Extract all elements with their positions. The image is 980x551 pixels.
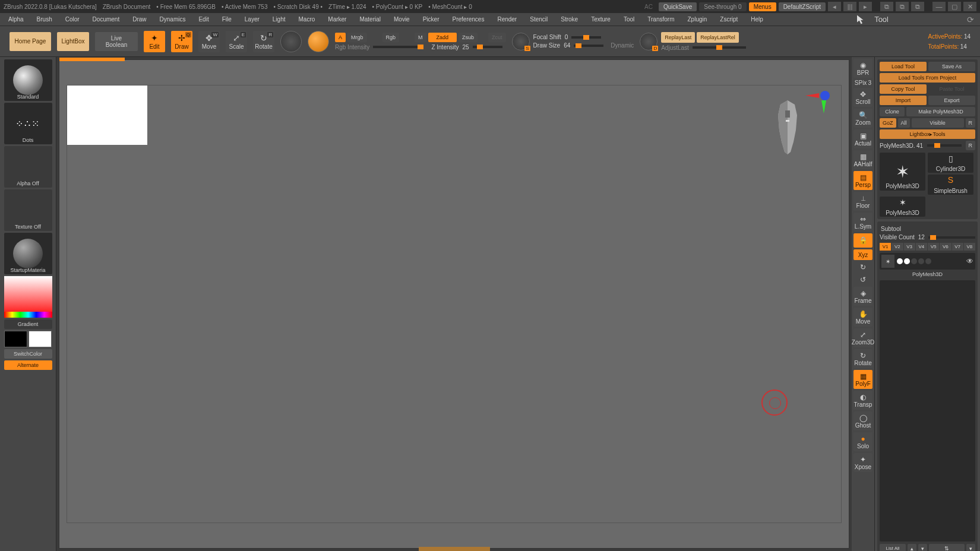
gizmo3d-toggle[interactable] [280,31,302,52]
menu-material[interactable]: Material [353,14,387,24]
hue-strip[interactable] [4,312,52,318]
seethrough-slider[interactable]: See-through 0 [699,2,746,11]
loadtool-button[interactable]: Load Tool [880,62,927,71]
menu-light[interactable]: Light [267,14,292,24]
replaylast-button[interactable]: ReplayLast [661,32,695,43]
menu-file[interactable]: File [216,14,238,24]
stroke-picker[interactable]: ⁘∴⁙ Dots [4,103,52,144]
aahalf-button[interactable]: ▦AAHalf [853,150,872,169]
zoom3d-button[interactable]: ⤢Zoom3D [853,328,872,347]
menu-marker[interactable]: Marker [322,14,352,24]
subtool-up-button[interactable]: ▴ [908,544,916,551]
saveas-button[interactable]: Save As [928,62,975,71]
dynamic-label[interactable]: Dynamic [611,42,634,49]
menu-zscript[interactable]: Zscript [714,14,744,24]
rotate-mode-button[interactable]: R↻Rotate [253,31,274,52]
z-intensity-slider[interactable] [473,46,502,48]
menu-document[interactable]: Document [87,14,126,24]
r-button[interactable]: R [966,118,976,128]
r2-button[interactable]: R [966,141,976,150]
tool-header[interactable]: Tool [874,15,889,24]
subtool-move-button[interactable]: ⇅ [929,544,965,551]
copytool-button[interactable]: Copy Tool [880,84,927,94]
scale-mode-button[interactable]: E⤢Scale [226,31,247,52]
move-mode-button[interactable]: W✥Move [198,31,220,52]
canvas-inner[interactable] [67,85,842,523]
export-button[interactable]: Export [928,96,975,105]
maximize-button[interactable]: ▢ [948,2,961,11]
texture-picker[interactable]: Texture Off [4,189,52,231]
m-button[interactable]: M [415,33,426,42]
tool-thumb-polymesh2[interactable]: ✶ PolyMesh3D [880,197,925,217]
subtool-add-button[interactable]: ▾ [966,544,975,551]
visibility-eye-icon[interactable]: 👁 [966,257,973,265]
pastetool-button[interactable]: Paste Tool [928,84,975,94]
menu-edit[interactable]: Edit [192,14,214,24]
v7-button[interactable]: V7 [952,243,963,251]
import-button[interactable]: Import [880,96,927,105]
menu-macro[interactable]: Macro [293,14,321,24]
menu-texture[interactable]: Texture [585,14,617,24]
v3-button[interactable]: V3 [904,243,915,251]
scroll-button[interactable]: ✥Scroll [853,88,872,107]
xyz-button[interactable]: Xyz [853,249,872,260]
persp-button[interactable]: ▤Persp [853,171,872,190]
floor-button[interactable]: ⟂Floor [853,192,872,211]
mrgb-button[interactable]: Mrgb [347,33,367,42]
menu-picker[interactable]: Picker [417,14,445,24]
lock-button[interactable]: 🔒 [853,233,872,248]
tool-thumb-simplebrush[interactable]: S SimpleBrush [928,175,973,195]
focal-curve[interactable]: S [512,33,530,50]
rotate-z-button[interactable]: ↺ [853,274,872,285]
alpha-picker[interactable]: Alpha Off [4,146,52,188]
makepoly-button[interactable]: Make PolyMesh3D [906,107,975,116]
canvas-area[interactable] [59,59,849,549]
menu-layer[interactable]: Layer [239,14,265,24]
tool-thumb-polymesh[interactable]: ✶ PolyMesh3D [880,153,925,191]
polyf-button[interactable]: ▦PolyF [853,370,872,389]
layout-bars-button[interactable]: ||| [843,2,856,11]
frame-button[interactable]: ◈Frame [853,287,872,306]
menu-render[interactable]: Render [491,14,523,24]
secondary-color-swatch[interactable] [4,331,27,347]
window-c-button[interactable]: ⧉ [911,2,924,11]
goz-button[interactable]: GoZ [880,118,896,128]
menu-dynamics[interactable]: Dynamics [154,14,192,24]
menu-movie[interactable]: Movie [388,14,416,24]
minimize-button[interactable]: — [932,2,946,11]
lsym-button[interactable]: ⇔L.Sym [853,213,872,232]
menu-draw[interactable]: Draw [127,14,152,24]
adjust-curve[interactable]: D [640,33,657,50]
menu-help[interactable]: Help [745,14,769,24]
lightbox-button[interactable]: LightBox [57,32,89,51]
draw-size-slider[interactable] [574,45,603,47]
loadproject-button[interactable]: Load Tools From Project [880,73,975,83]
history-icon[interactable]: ⟳ [967,15,974,24]
draw-mode-button[interactable]: Q✢Draw [171,31,192,52]
zcut-button[interactable]: Zcut [488,33,506,42]
zadd-button[interactable]: Zadd [428,33,457,42]
edit-mode-button[interactable]: ✦Edit [144,31,165,52]
visible-button[interactable]: Visible [912,118,964,128]
visiblecount-slider[interactable] [928,236,975,239]
v4-button[interactable]: V4 [916,243,927,251]
all-button[interactable]: All [898,118,910,128]
timeline-scrubber[interactable] [419,547,490,551]
alternate-button[interactable]: Alternate [4,360,52,370]
zsub-button[interactable]: Zsub [459,33,478,42]
switchcolor-button[interactable]: SwitchColor [4,349,52,359]
actual-button[interactable]: ▣Actual [853,129,872,148]
liveboolean-button[interactable]: Live Boolean [95,32,138,51]
clone-button[interactable]: Clone [880,107,905,116]
transp-button[interactable]: ◐Transp [853,391,872,410]
adjustlast-slider[interactable] [693,46,746,49]
menu-transform[interactable]: Transform [641,14,680,24]
menu-zplugin[interactable]: Zplugin [682,14,713,24]
replaylastrel-button[interactable]: ReplayLastRel [697,32,739,43]
layout-next-button[interactable]: ▸ [859,2,872,11]
navigation-gizmo[interactable] [802,88,832,118]
ghost-button[interactable]: ◯Ghost [853,411,872,430]
homepage-button[interactable]: Home Page [10,32,51,51]
subtool-list[interactable] [880,280,975,542]
spix-label[interactable]: SPix 3 [855,80,871,86]
